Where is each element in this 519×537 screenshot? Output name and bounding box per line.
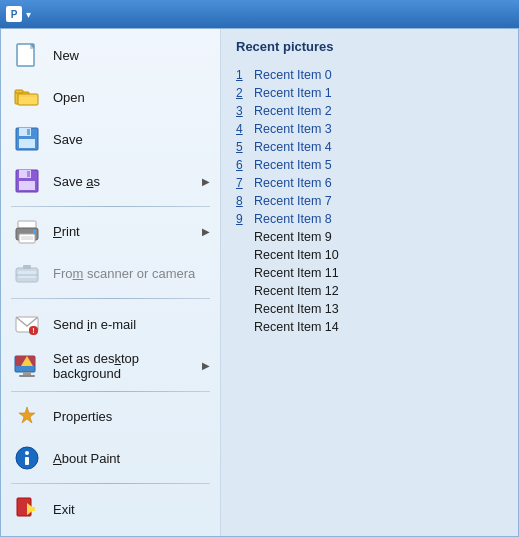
svg-text:!: ! [32, 327, 34, 334]
separator-4 [11, 483, 210, 484]
menu-item-open[interactable]: Open [1, 77, 220, 119]
recent-item-2[interactable]: 3 Recent Item 2 [236, 102, 503, 120]
recent-item-8-label: Recent Item 8 [254, 212, 332, 226]
menu-item-open-label: Open [53, 90, 210, 105]
recent-item-3[interactable]: 4 Recent Item 3 [236, 120, 503, 138]
recent-item-2-label: Recent Item 2 [254, 104, 332, 118]
menu-item-saveas-label: Save as [53, 174, 192, 189]
recent-item-1-number: 2 [236, 86, 250, 100]
recent-items-list: 1 Recent Item 0 2 Recent Item 1 3 Recent… [236, 66, 503, 336]
recent-item-8-number: 9 [236, 212, 250, 226]
email-icon: ! [11, 308, 43, 340]
recent-item-0[interactable]: 1 Recent Item 0 [236, 66, 503, 84]
menu-item-save[interactable]: Save [1, 118, 220, 160]
recent-item-14[interactable]: Recent Item 14 [236, 318, 503, 336]
about-icon [11, 442, 43, 474]
svg-rect-9 [19, 139, 35, 148]
svg-rect-35 [25, 457, 29, 465]
svg-rect-24 [23, 265, 31, 269]
svg-point-34 [25, 451, 29, 455]
svg-rect-32 [19, 375, 35, 377]
svg-rect-31 [23, 372, 31, 375]
title-bar-arrow[interactable]: ▾ [26, 9, 31, 20]
exit-icon [11, 493, 43, 525]
svg-rect-14 [27, 171, 30, 177]
open-icon [11, 82, 43, 114]
recent-item-8[interactable]: 9 Recent Item 8 [236, 210, 503, 228]
menu-item-properties[interactable]: Properties [1, 396, 220, 438]
recent-item-7[interactable]: 8 Recent Item 7 [236, 192, 503, 210]
left-panel: New Open [1, 29, 221, 536]
separator-2 [11, 298, 210, 299]
print-icon [11, 216, 43, 248]
menu-item-scanner: From scanner or camera [1, 253, 220, 295]
svg-rect-10 [27, 129, 30, 135]
menu-item-print[interactable]: Print ▶ [1, 211, 220, 253]
title-bar: P ▾ [0, 0, 519, 28]
desktop-icon [11, 350, 43, 382]
menu-item-desktop-label: Set as desktop background [53, 351, 192, 381]
menu-item-desktop[interactable]: Set as desktop background ▶ [1, 345, 220, 387]
recent-item-4-label: Recent Item 4 [254, 140, 332, 154]
svg-rect-13 [19, 181, 35, 190]
recent-item-1-label: Recent Item 1 [254, 86, 332, 100]
scanner-icon [11, 258, 43, 290]
menu-item-print-label: Print [53, 224, 192, 239]
recent-item-5-label: Recent Item 5 [254, 158, 332, 172]
recent-pictures-title: Recent pictures [236, 39, 503, 58]
svg-rect-5 [18, 94, 38, 105]
menu-item-about-label: About Paint [53, 451, 210, 466]
recent-item-4[interactable]: 5 Recent Item 4 [236, 138, 503, 156]
menu-item-properties-label: Properties [53, 409, 210, 424]
recent-item-10[interactable]: Recent Item 10 [236, 246, 503, 264]
properties-icon [11, 401, 43, 433]
menu-item-about[interactable]: About Paint [1, 438, 220, 480]
svg-rect-23 [16, 274, 38, 276]
menu-item-exit[interactable]: Exit [1, 488, 220, 530]
menu-item-email-label: Send in e-mail [53, 317, 210, 332]
recent-item-4-number: 5 [236, 140, 250, 154]
svg-rect-38 [27, 507, 35, 511]
menu-item-new-label: New [53, 48, 210, 63]
desktop-arrow: ▶ [202, 360, 210, 371]
recent-item-2-number: 3 [236, 104, 250, 118]
menu-item-scanner-label: From scanner or camera [53, 266, 210, 281]
recent-item-7-label: Recent Item 7 [254, 194, 332, 208]
recent-item-0-number: 1 [236, 68, 250, 82]
menu-item-exit-label: Exit [53, 502, 210, 517]
recent-item-5[interactable]: 6 Recent Item 5 [236, 156, 503, 174]
recent-item-7-number: 8 [236, 194, 250, 208]
svg-rect-4 [15, 90, 23, 93]
recent-item-11[interactable]: Recent Item 11 [236, 264, 503, 282]
recent-item-5-number: 6 [236, 158, 250, 172]
recent-item-6[interactable]: 7 Recent Item 6 [236, 174, 503, 192]
recent-item-9[interactable]: Recent Item 9 [236, 228, 503, 246]
recent-item-6-number: 7 [236, 176, 250, 190]
recent-item-6-label: Recent Item 6 [254, 176, 332, 190]
menu-container: New Open [0, 28, 519, 537]
recent-item-1[interactable]: 2 Recent Item 1 [236, 84, 503, 102]
saveas-arrow: ▶ [202, 176, 210, 187]
separator-1 [11, 206, 210, 207]
save-icon [11, 123, 43, 155]
menu-item-saveas[interactable]: Save as ▶ [1, 160, 220, 202]
recent-item-0-label: Recent Item 0 [254, 68, 332, 82]
svg-rect-18 [33, 230, 36, 233]
saveas-icon [11, 165, 43, 197]
menu-item-save-label: Save [53, 132, 210, 147]
right-panel: Recent pictures 1 Recent Item 0 2 Recent… [221, 29, 518, 536]
recent-item-3-label: Recent Item 3 [254, 122, 332, 136]
app-icon: P [6, 6, 22, 22]
menu-item-email[interactable]: ! Send in e-mail [1, 303, 220, 345]
recent-item-3-number: 4 [236, 122, 250, 136]
menu-item-new[interactable]: New [1, 35, 220, 77]
new-icon [11, 40, 43, 72]
separator-3 [11, 391, 210, 392]
print-arrow: ▶ [202, 226, 210, 237]
recent-item-13[interactable]: Recent Item 13 [236, 300, 503, 318]
recent-item-12[interactable]: Recent Item 12 [236, 282, 503, 300]
